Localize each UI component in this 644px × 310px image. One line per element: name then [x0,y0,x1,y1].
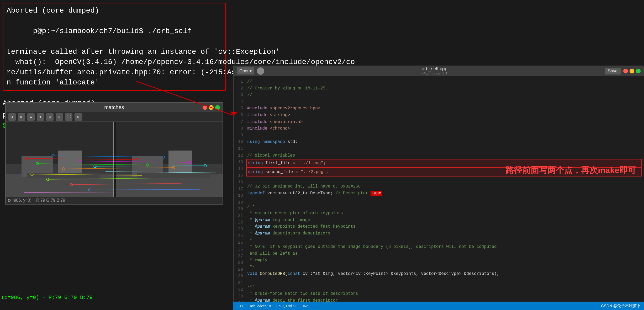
editor-filename: orb_self.cpp [267,66,602,72]
editor-status-bar: C++ Tab Width: 8 Ln 7, Col 23 INS CSDN @… [233,302,644,310]
prompt-line-1: p@p:~/slambook/ch7/build$ ./orb_self [7,16,222,47]
code-line-16: // 32 bit unsigned int, will have 8, 8x3… [247,183,641,190]
code-line-17: typedef vector<uint32_t> DescType; // De… [247,190,641,197]
matches-window: matches ◀ ▶ ▲ ▼ ⊕ ⊖ ⛶ ⚙ [5,102,223,205]
window-controls[interactable] [203,105,220,110]
editor-min-icon[interactable] [630,69,634,73]
matches-image-area [6,122,223,204]
status-position: Ln 7, Col 23 [276,304,298,308]
settings-icon[interactable]: ⚙ [75,113,82,121]
status-ins: INS [303,304,309,308]
code-line-27: * empty [247,257,641,264]
user-avatar [257,67,264,75]
min-btn[interactable] [209,105,214,110]
nav-down-icon[interactable]: ▼ [37,113,44,121]
svg-rect-8 [27,173,100,178]
code-line-30 [247,277,641,284]
what-line-2: re/utils/buffer_area.private.hpp:70: err… [7,67,222,77]
code-line-29: void ComputeORB(const cv::Mat &img, vect… [247,271,641,277]
exception-line: terminate called after throwing an insta… [7,47,222,57]
zoom-out-icon[interactable]: ⊖ [56,113,63,121]
matches-titlebar: matches [6,103,223,112]
code-line-2: // Created by xiang on 18-11-25. [247,85,641,92]
code-line-32: * brute-force match two sets of descript… [247,291,641,297]
code-line-26: and will be left as [247,250,641,257]
status-tab-width: Tab Width: 8 [249,304,271,308]
matches-toolbar: ◀ ▶ ▲ ▼ ⊕ ⊖ ⛶ ⚙ [6,112,223,122]
editor-titlebar: Open▾ orb_self.cpp ~/slambook/ch7 Save [234,66,644,76]
matches-status-bar: (x=986, y=0) ~ R:79 G:79 B:79 [6,197,223,204]
code-line-1: // [247,78,641,85]
code-line-20: * compute descriptor of orb keypoints [247,210,641,217]
code-line-18 [247,197,641,204]
code-line-3: // [247,92,641,99]
close-btn[interactable] [203,105,207,110]
open-button[interactable]: Open▾ [237,67,254,74]
nav-right-icon[interactable]: ▶ [18,113,25,121]
code-line-9 [247,132,641,139]
editor-close-icon[interactable] [623,69,628,73]
code-line-23: * @param descriptors descriptors [247,230,641,237]
status-lang: C++ [236,304,244,308]
code-line-8: #include <chrono> [247,125,641,132]
code-editor[interactable]: // // Created by xiang on 18-11-25. // #… [244,76,644,310]
editor-window-controls[interactable] [623,69,641,73]
code-line-25: * NOTE: if a keypoint goes outside the i… [247,244,641,250]
code-line-22: * @param keypoints detected fast keypoin… [247,223,641,230]
code-line-24: * [247,237,641,244]
fit-icon[interactable]: ⛶ [65,113,72,121]
code-line-5: #include <opencv2/opencv.hpp> [247,105,641,112]
nav-left-icon[interactable]: ◀ [8,113,16,121]
editor-max-icon[interactable] [636,69,641,73]
status-credit: CSDN @兔子不吃萝卜 [601,303,641,308]
max-btn[interactable] [215,105,220,110]
code-line-11 [247,146,641,152]
editor-panel: Open▾ orb_self.cpp ~/slambook/ch7 Save 1… [233,66,644,310]
aborted-line-1: Aborted (core dumped) [7,6,222,16]
line-numbers: 1234567891011121314151617181920212223242… [234,76,244,310]
pixel-info: (x=986, y=0) ~ R:79 G:79 B:79 [1,295,93,301]
error-block: Aborted (core dumped) p@p:~/slambook/ch7… [3,3,226,91]
matches-title: matches [104,104,124,110]
editor-filename-area: orb_self.cpp ~/slambook/ch7 [267,66,602,76]
save-button[interactable]: Save [605,68,621,74]
code-line-15 [247,177,641,183]
code-line-28: */ [247,264,641,271]
code-line-31: /** [247,284,641,291]
what-line-1: what(): OpenCV(3.4.16) /home/p/opencv-3.… [7,57,222,67]
code-line-4 [247,99,641,105]
code-line-21: * @param img input image [247,217,641,224]
code-line-6: #include <string> [247,112,641,119]
nav-up-icon[interactable]: ▲ [27,113,35,121]
editor-filepath: ~/slambook/ch7 [267,72,602,76]
code-line-7: #include <nmmintrin.h> [247,119,641,126]
editor-body: 1234567891011121314151617181920212223242… [234,76,644,310]
zoom-icon[interactable]: ⊕ [46,113,54,121]
chinese-annotation: 路径前面写两个点，再次make即可 [505,165,636,176]
svg-rect-11 [137,173,210,178]
code-line-12: // global variables [247,152,641,159]
what-line-3: n function 'allocate' [7,77,222,88]
matches-visualization [6,122,223,204]
code-line-19: /** [247,204,641,210]
code-line-10: using namespace std; [247,139,641,146]
